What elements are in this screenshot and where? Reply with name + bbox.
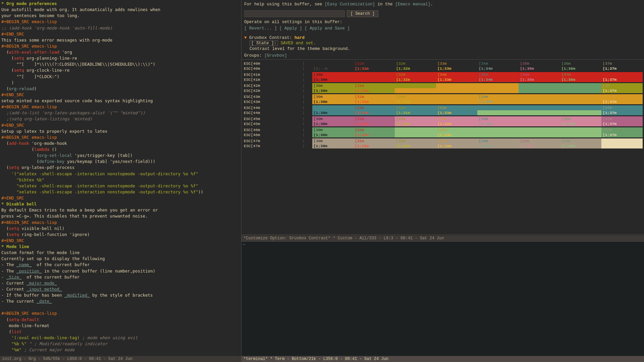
color-cell: [1;--m xyxy=(312,66,354,71)
color-cell xyxy=(395,88,436,93)
table-row: ESC[45m | [30m [31m [32m [33m [34m [36m … xyxy=(243,116,643,121)
color-cell: [1;30m xyxy=(312,132,354,137)
color-cell: [1;31m xyxy=(354,121,395,126)
color-cell: [1;37m xyxy=(601,88,643,93)
color-cell: [1;33m xyxy=(436,143,477,148)
emacs-manual-link[interactable]: [Emacs manual] xyxy=(395,2,430,7)
color-cell xyxy=(395,132,436,137)
setting-header: ▼ Gruvbox Contrast: hard xyxy=(244,36,641,40)
table-row: ESC[46m | [30m [31m [33m [37m xyxy=(243,127,643,132)
apply-button[interactable]: [ Apply ] xyxy=(279,26,302,31)
color-cell: [1;32m xyxy=(395,99,436,104)
search-input[interactable] xyxy=(244,10,345,17)
color-cell: [1;30m xyxy=(312,77,354,82)
color-cell xyxy=(560,105,601,110)
color-cell: [1;34m xyxy=(477,77,519,82)
esc-label: ESC[43m xyxy=(243,94,301,99)
color-cell: [1;33m xyxy=(436,77,477,82)
state-label[interactable]: [ State ]: xyxy=(250,41,278,46)
color-cell xyxy=(560,88,601,93)
help-text: For help using this buffer, see xyxy=(244,2,322,7)
color-cell xyxy=(601,143,643,148)
groups-link[interactable]: [Gruvbox] xyxy=(264,53,287,58)
table-row: ESC[44m | [1;30m [1;31m [1;31m [1;33m [1… xyxy=(243,110,643,115)
table-row: ESC[40m | [31m [32m [33m [34m [35m [36m … xyxy=(243,61,643,66)
table-row: ESC[45m | [1;30m [1;31m [1;32m [1;33m [1… xyxy=(243,121,643,126)
esc-label: ESC[40m xyxy=(243,66,301,71)
color-cell xyxy=(312,61,354,66)
esc-label: ESC[45m xyxy=(243,116,301,121)
color-cell: [35m xyxy=(477,72,519,77)
color-cell xyxy=(560,110,601,115)
table-row: ESC[41m | [1;30m [1;32m [1;33m [1;34m [1… xyxy=(243,77,643,82)
setting-toggle[interactable]: ▼ xyxy=(244,36,247,40)
left-content: * Org mode preferences Use autofill mode… xyxy=(0,0,241,356)
color-cell xyxy=(519,88,560,93)
color-cell: [1;31m xyxy=(354,66,395,71)
color-cell xyxy=(601,138,643,143)
setting-value: hard xyxy=(294,36,305,40)
color-cell: [34m xyxy=(477,94,519,99)
color-cell xyxy=(354,77,395,82)
color-cell: [1;30m xyxy=(312,99,354,104)
color-cell: [32m xyxy=(395,105,436,110)
color-cell: [37m xyxy=(560,72,601,77)
color-cell: [1;35m xyxy=(519,143,560,148)
color-cell: [1;33m xyxy=(436,110,477,115)
esc-label: ESC[45m xyxy=(243,121,301,126)
separator-bottom xyxy=(241,234,644,235)
color-cell: [1;32m xyxy=(395,143,436,148)
color-cell xyxy=(560,94,601,99)
color-cell: [1;37m xyxy=(601,66,643,71)
color-cell: [37m xyxy=(601,116,643,121)
state-line: [ State ]: SAVED and set. xyxy=(244,40,641,47)
table-row: ESC[47m | [1;30m [1;31m [1;32m [1;33m [1… xyxy=(243,143,643,148)
color-cell xyxy=(477,127,519,132)
table-row: ESC[44m | [31m [32m [33m [37m xyxy=(243,105,643,110)
left-status-text: init.org - Org - 54%/55k - L850:0 - 08:4… xyxy=(2,357,132,361)
table-row: ESC[43m | [30m [31m [32m [34m xyxy=(243,94,643,99)
color-cell: [1;30m xyxy=(312,143,354,148)
color-cell: [34m xyxy=(436,72,477,77)
color-cell xyxy=(436,99,477,104)
table-row: ESC[42m | [30m [31m [3m xyxy=(243,83,643,88)
color-cell: [1;31m xyxy=(354,88,395,93)
color-cell xyxy=(601,72,643,77)
esc-label: ESC[46m xyxy=(243,127,301,132)
color-cell: [1;31m xyxy=(354,99,395,104)
color-cell: [30m xyxy=(312,83,354,88)
color-cell xyxy=(436,88,477,93)
color-cell: [1;36m xyxy=(560,77,601,82)
state-value: SAVED and set. xyxy=(281,41,316,46)
table-row: ESC[42m | [1;30m [1;31m [1;37m xyxy=(243,88,643,93)
apply-save-button[interactable]: [ Apply and Save ] xyxy=(305,26,350,31)
main-area: * Org mode preferences Use autofill mode… xyxy=(0,0,644,362)
color-cell: [34m xyxy=(477,138,519,143)
setting-description: Contrast level for the theme background. xyxy=(244,47,641,51)
color-cell xyxy=(519,110,560,115)
color-cell: [1;30m xyxy=(312,88,354,93)
color-cell xyxy=(436,83,477,88)
color-cell: [1;35m xyxy=(519,77,560,82)
right-statusbar: *Customize Option: Gruvbox Contrast* * C… xyxy=(241,235,644,241)
esc-label: ESC[47m xyxy=(243,143,301,148)
color-cell xyxy=(519,116,560,121)
color-cell: [35m xyxy=(519,138,560,143)
color-cell: [34m xyxy=(477,61,519,66)
search-button[interactable]: [ Search ] xyxy=(347,10,378,17)
esc-label: ESC[46m xyxy=(243,132,301,137)
revert-button[interactable]: [ Revert... ] xyxy=(244,26,277,31)
color-cell: [1;30m xyxy=(312,110,354,115)
color-cell: [33m xyxy=(436,138,477,143)
easy-customization-link[interactable]: [Easy Customization] xyxy=(325,2,375,7)
color-cell xyxy=(477,105,519,110)
color-cell: [1;31m xyxy=(354,143,395,148)
operate-text: Operate on all settings in this buffer: xyxy=(244,20,342,24)
right-status-text: *Customize Option: Gruvbox Contrast* * C… xyxy=(244,236,444,241)
color-cell: [1;34m xyxy=(477,143,519,148)
color-cell: [33m xyxy=(436,61,477,66)
color-cell: [31m xyxy=(354,61,395,66)
color-cell xyxy=(354,72,395,77)
color-cell xyxy=(519,121,560,126)
color-cell: [1;36m xyxy=(560,121,601,126)
